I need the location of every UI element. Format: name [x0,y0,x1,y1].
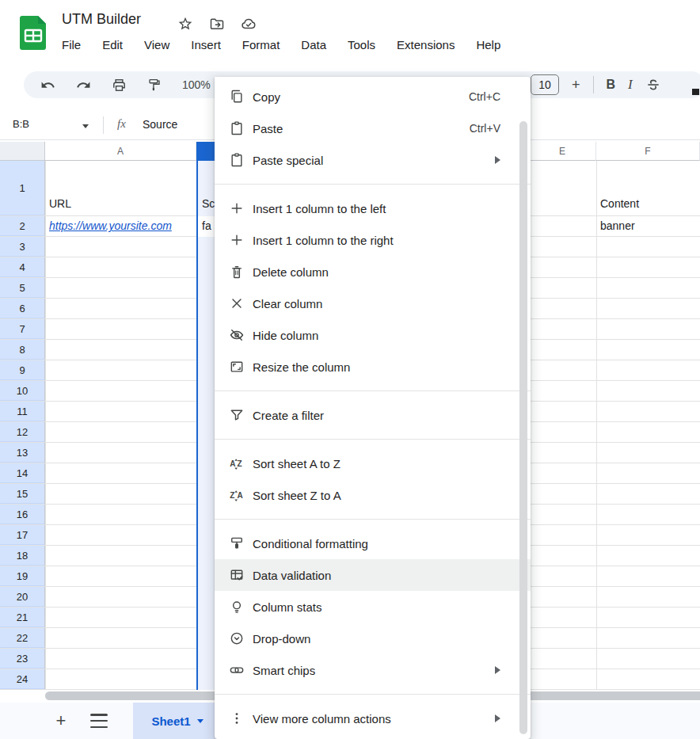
context-menu-scrollbar-thumb[interactable] [519,121,527,734]
menubar-item-format[interactable]: Format [241,36,282,53]
paint-format-icon[interactable] [146,77,162,93]
star-icon[interactable] [177,16,193,32]
row-header-2[interactable]: 2 [0,216,45,236]
menu-item-clear-column[interactable]: Clear column [215,288,531,319]
increase-font-size-button[interactable]: + [572,77,580,93]
select-all-corner[interactable] [0,142,45,161]
menu-item-insert-1-column-to-the-right[interactable]: Insert 1 column to the right [215,224,531,256]
row-header-21[interactable]: 21 [0,608,45,627]
menu-item-copy[interactable]: CopyCtrl+C [215,81,531,112]
menu-item-paste-special[interactable]: Paste special [215,144,531,176]
row-header-6[interactable]: 6 [0,299,45,318]
column-header-f[interactable]: F [596,142,700,161]
undo-icon[interactable] [40,77,55,93]
cell-b2-partial[interactable]: fa [202,219,211,232]
document-title[interactable]: UTM Builder [62,11,141,28]
menubar-item-help[interactable]: Help [474,36,502,53]
cell-f2[interactable]: banner [600,219,635,232]
menu-item-label: Paste [253,122,470,135]
menubar-item-extensions[interactable]: Extensions [395,36,456,53]
submenu-arrow-icon [495,156,500,164]
sheets-logo-icon[interactable] [19,14,48,51]
row-header-13[interactable]: 13 [0,443,45,463]
row-header-8[interactable]: 8 [0,340,45,360]
strikethrough-icon[interactable] [645,77,661,93]
cell-a2-link[interactable]: https://www.yoursite.com [49,219,172,232]
row-header-5[interactable]: 5 [0,278,45,298]
row-header-19[interactable]: 19 [0,566,45,586]
row-header-1[interactable]: 1 [0,161,45,215]
row-header-3[interactable]: 3 [0,237,45,257]
italic-button[interactable]: I [628,77,633,93]
menu-item-sort-sheet-a-to-z[interactable]: AZSort sheet A to Z [215,448,531,479]
bold-button[interactable]: B [607,78,616,92]
sheet-tab-active[interactable]: Sheet1 [133,703,222,739]
row-header-23[interactable]: 23 [0,649,45,669]
add-sheet-button[interactable]: + [49,709,73,733]
menu-item-label: Column stats [253,600,500,614]
cell-f1[interactable]: Content [600,197,639,210]
menu-item-data-validation[interactable]: Data validation [215,559,531,591]
menu-item-paste[interactable]: PasteCtrl+V [215,112,531,144]
cell-b1-partial[interactable]: Sc [202,197,215,210]
menu-item-conditional-formatting[interactable]: Conditional formatting [215,528,531,559]
move-folder-icon[interactable] [209,16,225,32]
menu-item-label: Create a filter [253,409,500,422]
menubar-item-file[interactable]: File [60,36,82,53]
menu-item-delete-column[interactable]: Delete column [215,256,531,288]
row-header-20[interactable]: 20 [0,587,45,607]
menu-item-drop-down[interactable]: Drop-down [215,623,531,654]
menubar-item-tools[interactable]: Tools [346,36,377,53]
redo-icon[interactable] [75,77,91,93]
cell-a1[interactable]: URL [49,197,71,210]
svg-text:A: A [237,491,242,500]
menu-item-view-more-column-actions[interactable]: View more column actions [215,703,531,734]
row-header-16[interactable]: 16 [0,505,45,524]
sheet-tab-chevron-icon[interactable] [197,719,204,723]
row-header-7[interactable]: 7 [0,319,45,339]
row-header-9[interactable]: 9 [0,360,45,380]
menu-item-column-stats[interactable]: Column stats [215,591,531,623]
menubar-item-data[interactable]: Data [299,36,328,53]
menubar: FileEditViewInsertFormatDataToolsExtensi… [60,36,502,53]
cloud-saved-icon[interactable] [241,16,257,32]
row-header-22[interactable]: 22 [0,628,45,648]
svg-text:Z: Z [230,491,234,500]
menu-item-hide-column[interactable]: Hide column [215,319,531,351]
fx-icon: fx [117,117,126,131]
menu-divider [215,519,531,520]
row-header-24[interactable]: 24 [0,669,45,689]
all-sheets-menu-icon[interactable] [90,714,108,728]
row-header-10[interactable]: 10 [0,381,45,401]
menu-item-resize-the-column[interactable]: Resize the column [215,351,531,383]
formula-input[interactable]: Source [143,118,177,131]
menu-item-sort-sheet-z-to-a[interactable]: ZASort sheet Z to A [215,479,531,511]
row-header-18[interactable]: 18 [0,546,45,566]
row-header-15[interactable]: 15 [0,484,45,504]
menubar-item-insert[interactable]: Insert [189,36,223,53]
menu-item-label: Hide column [253,329,500,342]
plus-icon [227,230,246,250]
menu-item-create-a-filter[interactable]: Create a filter [215,399,531,431]
menu-item-smart-chips[interactable]: Smart chips [215,654,531,686]
column-header-a[interactable]: A [45,142,196,161]
toolbar-divider [593,76,594,93]
row-header-11[interactable]: 11 [0,402,45,421]
submenu-arrow-icon [495,666,500,674]
row-header-4[interactable]: 4 [0,257,45,277]
dropdown-icon [227,629,246,648]
print-icon[interactable] [111,77,127,93]
row-header-14[interactable]: 14 [0,463,45,483]
name-box-chevron-icon[interactable] [82,124,89,128]
name-box[interactable]: B:B [13,118,29,130]
plus-icon [227,199,246,218]
menubar-item-view[interactable]: View [143,36,171,53]
column-header-e[interactable]: E [529,142,596,161]
trash-icon [227,262,246,281]
menu-item-insert-1-column-to-the-left[interactable]: Insert 1 column to the left [215,192,531,224]
menubar-item-edit[interactable]: Edit [101,36,124,53]
clear-icon [227,294,246,313]
row-header-12[interactable]: 12 [0,422,45,442]
row-header-17[interactable]: 17 [0,525,45,545]
font-size-value[interactable]: 10 [531,74,559,95]
